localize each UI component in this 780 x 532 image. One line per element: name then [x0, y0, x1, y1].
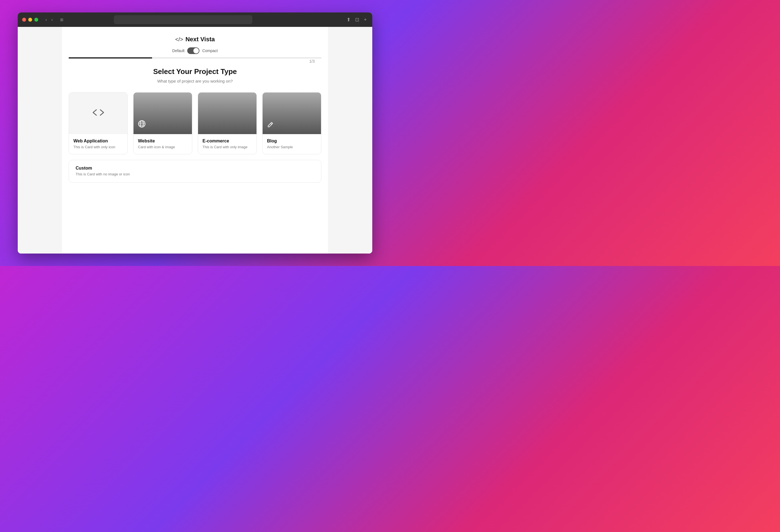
minimize-button[interactable] — [28, 18, 32, 21]
card-ecommerce[interactable]: E-commerce This is Card with only image — [198, 92, 257, 154]
card-image-website — [134, 93, 192, 134]
svg-line-5 — [271, 123, 272, 125]
progress-bar-container — [69, 57, 321, 58]
page-counter: 1/3 — [309, 50, 315, 63]
nav-buttons: ‹ › — [44, 16, 55, 23]
tab-view-button[interactable]: ⊞ — [58, 16, 66, 23]
card-custom[interactable]: Custom This is Card with no image or ico… — [69, 160, 321, 183]
card-desc-custom: This is Card with no image or icon — [76, 172, 314, 177]
add-tab-button[interactable]: + — [362, 16, 368, 24]
card-title-ecommerce: E-commerce — [202, 139, 252, 144]
card-body-website: Website Card with icon & image — [134, 134, 192, 154]
card-desc-ecommerce: This is Card with only image — [202, 145, 252, 150]
logo-line: </> Next Vista — [175, 36, 215, 43]
pencil-icon — [267, 122, 274, 130]
card-image-web-application — [69, 93, 128, 134]
toggle-row: Default Compact — [172, 47, 218, 54]
card-image-ecommerce — [198, 93, 256, 134]
close-button[interactable] — [22, 18, 26, 21]
app-header: </> Next Vista Default Compact — [69, 36, 321, 55]
browser-toolbar: ‹ › ⊞ ⬆ ⊡ + — [18, 12, 372, 27]
maximize-button[interactable] — [34, 18, 38, 21]
card-title-custom: Custom — [76, 166, 314, 171]
card-body-web-application: Web Application This is Card with only i… — [69, 134, 128, 154]
card-body-ecommerce: E-commerce This is Card with only image — [198, 134, 256, 154]
card-desc-web-application: This is Card with only icon — [74, 145, 123, 150]
toggle-default-label: Default — [172, 48, 185, 53]
header-wrapper: 1/3 </> Next Vista Default Compact — [69, 36, 321, 55]
app-container: 1/3 </> Next Vista Default Compact — [62, 27, 328, 253]
cards-grid: Web Application This is Card with only i… — [69, 92, 321, 154]
card-blog[interactable]: Blog Another Sample — [262, 92, 321, 154]
toolbar-right: ⬆ ⊡ + — [345, 15, 368, 24]
toggle-knob — [193, 48, 199, 53]
card-desc-website: Card with icon & image — [138, 145, 188, 150]
section-subtitle: What type of project are you working on? — [69, 79, 321, 83]
compact-toggle[interactable] — [187, 47, 199, 54]
card-title-blog: Blog — [267, 139, 316, 144]
card-website[interactable]: Website Card with icon & image — [133, 92, 192, 154]
back-button[interactable]: ‹ — [44, 16, 48, 23]
card-image-blog — [262, 93, 321, 134]
card-title-web-application: Web Application — [74, 139, 123, 144]
progress-bar-fill — [69, 57, 152, 58]
expand-button[interactable]: ⊡ — [354, 15, 360, 24]
forward-button[interactable]: › — [50, 16, 54, 23]
app-title: Next Vista — [185, 36, 215, 43]
section-title: Select Your Project Type — [69, 67, 321, 76]
logo-icon: </> — [175, 36, 183, 43]
browser-content: 1/3 </> Next Vista Default Compact — [18, 27, 372, 253]
address-bar[interactable] — [114, 15, 252, 24]
card-desc-blog: Another Sample — [267, 145, 316, 150]
toggle-compact-label: Compact — [202, 48, 218, 53]
card-web-application[interactable]: Web Application This is Card with only i… — [69, 92, 128, 154]
card-title-website: Website — [138, 139, 188, 144]
browser-window: ‹ › ⊞ ⬆ ⊡ + 1/3 </> Next Vista — [18, 12, 372, 253]
globe-icon — [138, 120, 146, 130]
card-body-blog: Blog Another Sample — [262, 134, 321, 154]
code-icon — [92, 108, 104, 118]
traffic-lights — [22, 18, 38, 21]
share-button[interactable]: ⬆ — [345, 15, 352, 24]
